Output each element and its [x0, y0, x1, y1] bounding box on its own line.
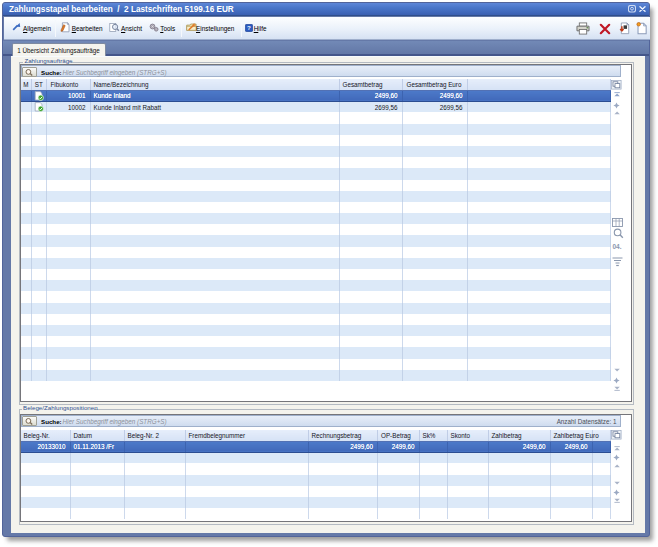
- svg-text:?: ?: [247, 24, 251, 31]
